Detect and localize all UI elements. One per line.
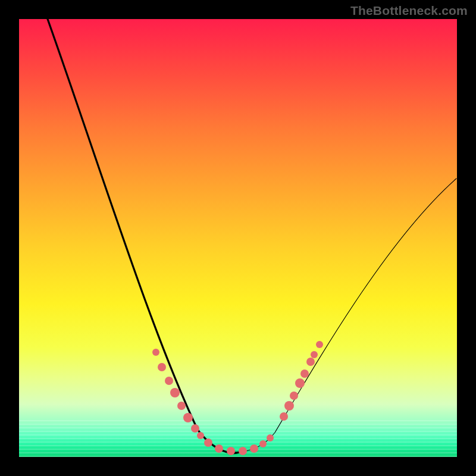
watermark-text: TheBottleneck.com <box>350 4 468 18</box>
gradient-band-bottom <box>19 420 457 457</box>
plot-area <box>19 19 457 457</box>
